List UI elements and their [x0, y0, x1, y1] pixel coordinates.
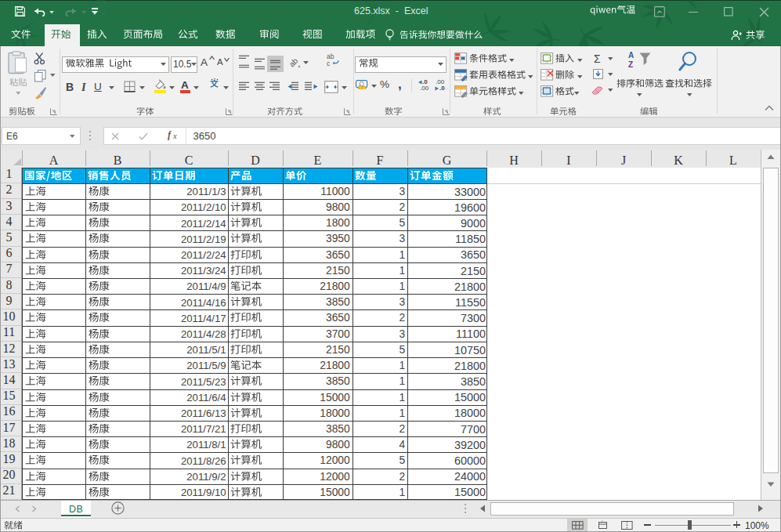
- svg-text:ab: ab: [288, 56, 300, 68]
